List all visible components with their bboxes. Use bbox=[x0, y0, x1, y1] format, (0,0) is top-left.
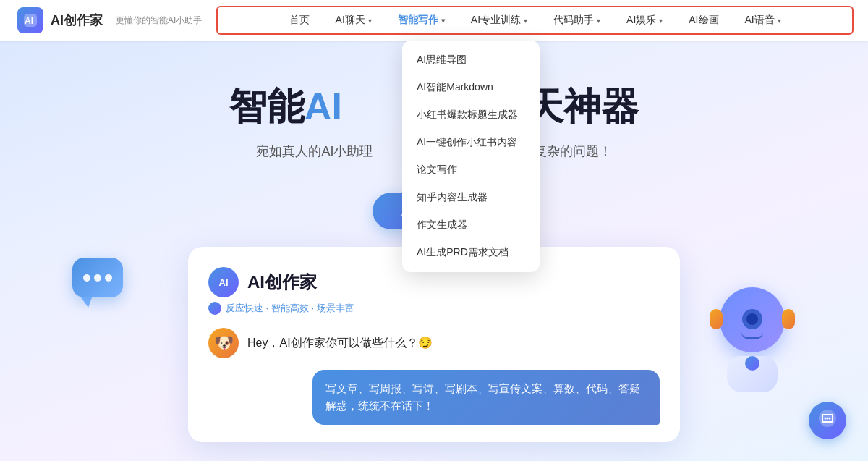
nav-voice[interactable]: AI语音 ▾ bbox=[732, 7, 794, 33]
robot-eye-inner bbox=[746, 313, 758, 325]
svg-point-4 bbox=[827, 418, 829, 420]
nav-smartwrite[interactable]: 智能写作 ▾ bbox=[385, 7, 458, 33]
smartwrite-chevron: ▾ bbox=[441, 17, 445, 25]
robot-head bbox=[720, 287, 785, 352]
dropdown-item-markdown[interactable]: AI智能Markdown bbox=[402, 74, 540, 101]
chat-card: AI AI创作家 反应快速 · 智能高效 · 场景丰富 🐶 Hey，AI创作家你… bbox=[188, 247, 680, 442]
svg-point-5 bbox=[829, 418, 831, 420]
dropdown-item-prd[interactable]: AI生成PRD需求文档 bbox=[402, 239, 540, 266]
dropdown-menu: AI思维导图 AI智能Markdown 小红书爆款标题生成器 AI一键创作小红书… bbox=[402, 41, 540, 272]
card-logo-icon: AI bbox=[208, 267, 239, 297]
speech-dot-1 bbox=[83, 274, 90, 282]
nav-aichat[interactable]: AI聊天 ▾ bbox=[323, 7, 385, 33]
robot-ear-left bbox=[710, 309, 723, 329]
robot-illustration bbox=[694, 287, 810, 418]
ai-msg-text: 写文章、写周报、写诗、写剧本、写宣传文案、算数、代码、答疑解惑，统统不在话下！ bbox=[326, 382, 640, 412]
svg-text:AI: AI bbox=[25, 16, 33, 26]
robot-mouth bbox=[741, 332, 763, 339]
speech-dot-2 bbox=[94, 274, 101, 282]
logo-subtitle: 更懂你的智能AI小助手 bbox=[116, 14, 202, 27]
entertainment-chevron: ▾ bbox=[659, 17, 663, 25]
chat-card-badges: 反应快速 · 智能高效 · 场景丰富 bbox=[208, 302, 660, 315]
voice-chevron: ▾ bbox=[778, 17, 781, 25]
svg-point-3 bbox=[825, 418, 827, 420]
speech-bubble-tail bbox=[81, 297, 92, 308]
hero-title-prefix: 智能 bbox=[229, 85, 305, 127]
robot-torso bbox=[727, 356, 778, 392]
robot-body bbox=[709, 287, 796, 389]
user-avatar: 🐶 bbox=[208, 328, 239, 358]
user-msg-text: Hey，AI创作家你可以做些什么？😏 bbox=[247, 336, 433, 351]
hero-sub-line1: 宛如真人的AI小助理 bbox=[256, 144, 373, 158]
logo-icon: AI bbox=[17, 7, 43, 33]
chat-card-title: AI创作家 bbox=[247, 271, 317, 294]
nav-paint[interactable]: AI绘画 bbox=[676, 7, 731, 33]
dropdown-item-paper[interactable]: 论文写作 bbox=[402, 156, 540, 184]
speech-bubble-illustration bbox=[72, 258, 130, 308]
chat-message-ai: 写文章、写周报、写诗、写剧本、写宣传文案、算数、代码、答疑解惑，统统不在话下！ bbox=[208, 370, 660, 425]
main-nav: 首页 AI聊天 ▾ 智能写作 ▾ AI专业训练 ▾ 代码助手 ▾ AI娱乐 ▾ … bbox=[216, 6, 854, 35]
training-chevron: ▾ bbox=[524, 17, 527, 25]
ai-bubble: 写文章、写周报、写诗、写剧本、写宣传文案、算数、代码、答疑解惑，统统不在话下！ bbox=[312, 370, 660, 425]
hero-title-ai: AI bbox=[305, 85, 342, 127]
robot-eye bbox=[742, 309, 762, 329]
logo-area: AI AI创作家 更懂你的智能AI小助手 bbox=[0, 7, 202, 33]
nav-entertainment[interactable]: AI娱乐 ▾ bbox=[613, 7, 676, 33]
dropdown-item-zhihu[interactable]: 知乎内容生成器 bbox=[402, 184, 540, 211]
dropdown-item-mindmap[interactable]: AI思维导图 bbox=[402, 46, 540, 74]
code-chevron: ▾ bbox=[597, 17, 600, 25]
dropdown-item-xiaohongshu-title[interactable]: 小红书爆款标题生成器 bbox=[402, 101, 540, 129]
badge-text: 反应快速 · 智能高效 · 场景丰富 bbox=[226, 302, 354, 315]
card-logo-text: AI bbox=[219, 277, 229, 288]
speech-dot-3 bbox=[105, 274, 112, 282]
float-chat-icon bbox=[818, 409, 837, 432]
float-chat-button[interactable] bbox=[809, 402, 846, 439]
nav-code[interactable]: 代码助手 ▾ bbox=[540, 7, 613, 33]
logo-title: AI创作家 bbox=[51, 12, 103, 29]
chat-message-user: 🐶 Hey，AI创作家你可以做些什么？😏 bbox=[208, 328, 660, 358]
robot-ear-right bbox=[782, 309, 795, 329]
nav-home[interactable]: 首页 bbox=[276, 7, 323, 33]
robot-chest-light bbox=[745, 356, 760, 371]
nav-training[interactable]: AI专业训练 ▾ bbox=[458, 7, 540, 33]
dropdown-item-xiaohongshu-content[interactable]: AI一键创作小红书内容 bbox=[402, 129, 540, 156]
badge-icon bbox=[208, 302, 221, 315]
speech-bubble-shape bbox=[72, 258, 123, 297]
header: AI AI创作家 更懂你的智能AI小助手 首页 AI聊天 ▾ 智能写作 ▾ AI… bbox=[0, 0, 868, 41]
aichat-chevron: ▾ bbox=[368, 17, 372, 25]
dropdown-item-composition[interactable]: 作文生成器 bbox=[402, 211, 540, 239]
